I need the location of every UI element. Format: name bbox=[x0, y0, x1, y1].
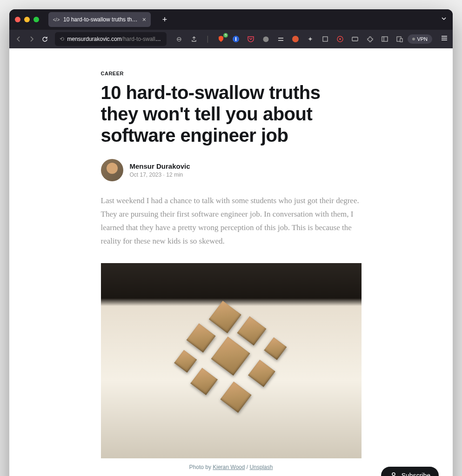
vpn-label: VPN bbox=[417, 36, 428, 42]
maximize-window-button[interactable] bbox=[33, 17, 39, 22]
svg-rect-8 bbox=[382, 37, 388, 41]
extension-icon-3[interactable]: ✦ bbox=[306, 35, 315, 43]
article-category[interactable]: CAREER bbox=[101, 71, 362, 76]
forward-button[interactable] bbox=[27, 33, 36, 46]
hero-image bbox=[101, 263, 362, 458]
vpn-button[interactable]: VPN bbox=[408, 34, 432, 44]
shield-badge-count: 5 bbox=[223, 33, 228, 38]
svg-rect-1 bbox=[235, 37, 236, 41]
svg-point-3 bbox=[292, 36, 299, 42]
tab-title: 10 hard-to-swallow truths they… bbox=[63, 16, 139, 23]
browser-window: </> 10 hard-to-swallow truths they… × + … bbox=[9, 9, 453, 476]
onepassword-extension-icon[interactable] bbox=[232, 35, 240, 43]
reload-button[interactable] bbox=[40, 33, 49, 46]
article-byline: Mensur Durakovic Oct 17, 2023 · 12 min bbox=[101, 159, 362, 181]
extension-icon-2[interactable] bbox=[276, 35, 285, 43]
traffic-lights bbox=[15, 17, 39, 22]
url-text: mensurdurakovic.com/hard-to-swallow… bbox=[67, 36, 162, 42]
article: CAREER 10 hard-to-swallow truths they wo… bbox=[101, 71, 362, 470]
site-security-icon: ⟲ bbox=[60, 36, 64, 42]
article-headline: 10 hard-to-swallow truths they won't tel… bbox=[101, 82, 362, 146]
read-time: 12 min bbox=[166, 172, 183, 178]
vpn-status-dot bbox=[412, 38, 415, 40]
duckduckgo-extension-icon[interactable] bbox=[291, 35, 300, 43]
extension-icon-1[interactable] bbox=[261, 35, 270, 43]
svg-point-12 bbox=[392, 473, 395, 476]
svg-point-6 bbox=[339, 38, 341, 40]
page-content: CAREER 10 hard-to-swallow truths they wo… bbox=[9, 48, 453, 476]
new-tab-button[interactable]: + bbox=[158, 13, 171, 26]
address-bar[interactable]: ⟲ mensurdurakovic.com/hard-to-swallow… bbox=[55, 32, 167, 46]
article-intro: Last weekend I had a chance to talk with… bbox=[101, 194, 362, 248]
toolbar-separator: | bbox=[207, 35, 208, 43]
extension-icon-4[interactable] bbox=[321, 35, 329, 43]
minimize-window-button[interactable] bbox=[24, 17, 30, 22]
subscribe-label: Subscribe bbox=[402, 472, 430, 476]
pocket-extension-icon[interactable] bbox=[247, 35, 255, 43]
svg-rect-4 bbox=[323, 37, 328, 41]
close-window-button[interactable] bbox=[15, 17, 20, 22]
titlebar: </> 10 hard-to-swallow truths they… × + bbox=[9, 9, 453, 30]
sidebar-toggle-icon[interactable] bbox=[381, 35, 389, 43]
tab-dropdown-button[interactable] bbox=[441, 15, 447, 24]
browser-tab[interactable]: </> 10 hard-to-swallow truths they… × bbox=[48, 12, 151, 27]
responsive-design-icon[interactable] bbox=[395, 35, 404, 43]
author-avatar[interactable] bbox=[101, 159, 123, 181]
shield-extension-icon[interactable]: 5 bbox=[217, 35, 225, 43]
author-meta: Mensur Durakovic Oct 17, 2023 · 12 min bbox=[130, 162, 190, 178]
svg-point-2 bbox=[263, 36, 268, 42]
share-icon[interactable] bbox=[190, 35, 198, 43]
extension-icon-6[interactable] bbox=[351, 35, 359, 43]
extension-icon-5[interactable] bbox=[336, 35, 344, 43]
publish-date: Oct 17, 2023 bbox=[130, 172, 162, 178]
image-caption: Photo by Kieran Wood / Unsplash bbox=[101, 464, 362, 470]
back-button[interactable] bbox=[14, 33, 23, 46]
tab-close-button[interactable]: × bbox=[142, 16, 146, 23]
article-meta: Oct 17, 2023 · 12 min bbox=[130, 172, 190, 178]
subscribe-button[interactable]: Subscribe bbox=[381, 467, 439, 476]
tab-favicon-icon: </> bbox=[53, 16, 60, 23]
svg-rect-7 bbox=[352, 37, 358, 41]
photo-source-link[interactable]: Unsplash bbox=[249, 464, 273, 470]
extensions-menu-icon[interactable] bbox=[366, 35, 374, 43]
photo-credit-link[interactable]: Kieran Wood bbox=[213, 464, 245, 470]
zoom-out-icon[interactable]: ⊖ bbox=[175, 35, 183, 43]
subscribe-icon bbox=[389, 471, 398, 476]
browser-toolbar: ⟲ mensurdurakovic.com/hard-to-swallow… ⊖… bbox=[9, 30, 453, 48]
author-name[interactable]: Mensur Durakovic bbox=[130, 162, 190, 170]
puzzle-illustration bbox=[157, 287, 304, 434]
toolbar-actions: ⊖ | 5 ✦ bbox=[175, 35, 404, 43]
svg-rect-11 bbox=[400, 39, 402, 42]
app-menu-button[interactable] bbox=[441, 34, 448, 44]
